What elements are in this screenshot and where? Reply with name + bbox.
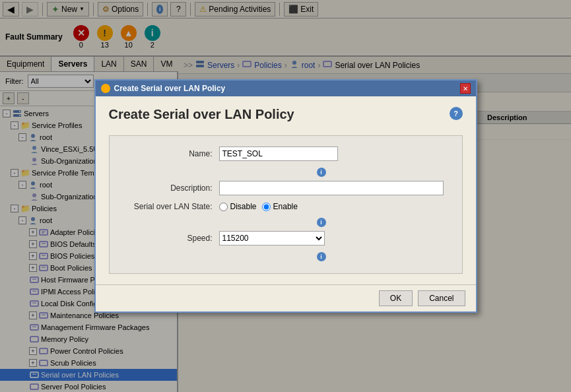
modal-heading: Create Serial over LAN Policy <box>109 107 294 122</box>
speed-info-icon: i <box>317 252 326 261</box>
state-enable-radio[interactable] <box>262 203 271 211</box>
state-disable-option[interactable]: Disable <box>219 202 257 211</box>
create-serial-lan-modal: Create Serial over LAN Policy ✕ Create S… <box>94 79 477 313</box>
modal-help-icon[interactable]: ? <box>450 107 463 120</box>
name-input[interactable] <box>219 147 338 161</box>
ok-button[interactable]: OK <box>379 290 413 306</box>
modal-overlay: Create Serial over LAN Policy ✕ Create S… <box>0 0 571 392</box>
speed-label: Speed: <box>120 234 213 243</box>
state-enable-option[interactable]: Enable <box>262 202 298 211</box>
modal-body: Create Serial over LAN Policy ? Name: i … <box>96 96 476 284</box>
form-row-name: Name: <box>120 147 452 161</box>
state-enable-label: Enable <box>273 202 298 211</box>
name-label: Name: <box>120 149 213 158</box>
state-disable-label: Disable <box>230 202 257 211</box>
modal-titlebar: Create Serial over LAN Policy ✕ <box>96 81 476 96</box>
form-row-speed: Speed: 115200 9600 19200 38400 57600 <box>120 231 452 245</box>
form-row-state: Serial over LAN State: Disable Enable <box>120 202 452 211</box>
modal-footer: OK Cancel <box>96 284 476 311</box>
description-input[interactable] <box>219 181 444 195</box>
cancel-button[interactable]: Cancel <box>418 290 465 306</box>
form-row-description: Description: <box>120 181 452 195</box>
modal-form: Name: i Description: Serial over LAN Sta… <box>109 135 463 274</box>
modal-close-button[interactable]: ✕ <box>460 83 471 94</box>
modal-title-bar-text: Create Serial over LAN Policy <box>114 84 226 93</box>
state-radio-group: Disable Enable <box>219 202 298 211</box>
name-info-icon: i <box>317 168 326 177</box>
speed-select[interactable]: 115200 9600 19200 38400 57600 <box>219 231 325 245</box>
state-info-icon: i <box>317 218 326 227</box>
modal-title-icon <box>101 84 110 93</box>
state-disable-radio[interactable] <box>219 203 228 211</box>
description-label: Description: <box>120 183 213 193</box>
state-label: Serial over LAN State: <box>120 202 213 211</box>
